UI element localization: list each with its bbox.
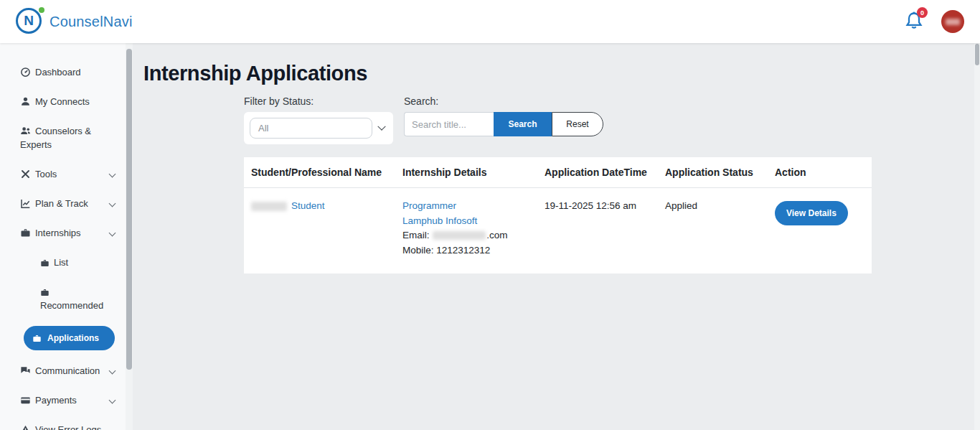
sidebar-item-label: View Error Logs (35, 424, 101, 430)
mobile-text: Mobile: 1212312312 (402, 245, 490, 256)
person-icon (20, 96, 31, 107)
reset-button[interactable]: Reset (552, 112, 603, 136)
sidebar-item-label: List (54, 257, 68, 268)
header-actions: 0 (904, 10, 964, 33)
sidebar-item-my-connects[interactable]: My Connects (0, 87, 126, 116)
chat-icon (20, 365, 31, 376)
sidebar-scrollbar-thumb[interactable] (126, 49, 132, 370)
sidebar-item-view-error-logs[interactable]: View Error Logs (0, 415, 126, 430)
search-group: Search: Search Reset (404, 95, 603, 136)
sidebar-item-counselors-experts[interactable]: Counselors & Experts (0, 116, 126, 159)
sidebar-item-applications[interactable]: Applications (24, 326, 115, 350)
people-icon (20, 126, 31, 136)
page-title: Internship Applications (143, 62, 974, 85)
company-link[interactable]: Lamphub Infosoft (402, 215, 477, 226)
notifications-button[interactable]: 0 (904, 11, 925, 32)
avatar-label-blurred (946, 19, 960, 25)
page-scrollbar-thumb[interactable] (975, 44, 979, 65)
table-controls: Filter by Status: All Search: Search Res… (244, 95, 974, 144)
chevron-down-icon (377, 122, 385, 130)
page-scrollbar (974, 43, 980, 430)
table-header-row: Student/Professional Name Internship Det… (244, 157, 872, 188)
dashboard-icon (20, 67, 31, 78)
briefcase-icon (32, 334, 42, 343)
status-filter-value: All (250, 118, 372, 139)
student-name-cell: Student (244, 188, 395, 274)
email-blurred (433, 231, 486, 240)
card-icon (20, 395, 31, 406)
internship-details-cell: Programmer Lamphub Infosoft Email: .com … (395, 188, 537, 274)
brand-name: CounselNavi (50, 14, 133, 30)
student-name-link[interactable]: Student (291, 200, 325, 211)
notification-badge: 0 (917, 7, 928, 18)
column-header: Internship Details (395, 157, 537, 187)
chevron-down-icon (109, 230, 116, 237)
student-name-blurred (251, 202, 287, 211)
sidebar-scrollbar (126, 43, 133, 430)
table-row: Student Programmer Lamphub Infosoft Emai… (244, 188, 872, 274)
sidebar-item-communication[interactable]: Communication (0, 356, 126, 385)
sidebar-item-recommended[interactable]: Recommended (0, 277, 126, 320)
sidebar-item-label: My Connects (35, 96, 90, 107)
internship-title-link[interactable]: Programmer (402, 200, 456, 211)
briefcase-icon (20, 228, 31, 238)
briefcase-icon (40, 288, 50, 297)
chart-icon (20, 198, 31, 209)
bell-icon (904, 21, 924, 33)
search-input[interactable] (404, 112, 494, 136)
sidebar-item-label: Tools (35, 169, 57, 179)
status-filter-select[interactable]: All (244, 112, 393, 144)
email-label: Email: (402, 230, 430, 240)
internships-submenu: List Recommended Applications (0, 248, 126, 350)
column-header: Application Status (658, 157, 768, 187)
application-datetime-cell: 19-11-2025 12:56 am (537, 188, 658, 274)
sidebar-item-internships[interactable]: Internships (0, 218, 126, 248)
chevron-down-icon (109, 200, 116, 207)
brand[interactable]: N CounselNavi (16, 8, 133, 35)
filter-label: Filter by Status: (244, 95, 393, 107)
user-avatar[interactable] (941, 10, 964, 33)
sidebar-item-payments[interactable]: Payments (0, 385, 126, 415)
sidebar-item-label: Applications (47, 333, 99, 343)
email-domain: .com (486, 230, 507, 240)
sidebar-item-label: Communication (35, 365, 100, 376)
sidebar-item-label: Payments (35, 395, 77, 406)
sidebar-item-label: Plan & Track (35, 198, 88, 209)
chevron-down-icon (109, 397, 116, 404)
search-label: Search: (404, 95, 603, 107)
chevron-down-icon (109, 171, 116, 178)
counselnavi-logo-icon: N (16, 8, 43, 35)
tools-icon (20, 169, 31, 179)
sidebar-item-dashboard[interactable]: Dashboard (0, 57, 126, 87)
view-details-button[interactable]: View Details (775, 201, 848, 225)
sidebar-item-label: Dashboard (35, 67, 81, 78)
application-status-cell: Applied (658, 188, 768, 274)
column-header: Action (768, 157, 872, 187)
chevron-down-icon (109, 368, 116, 375)
sidebar-item-tools[interactable]: Tools (0, 159, 126, 189)
briefcase-icon (40, 258, 50, 268)
warning-icon (20, 424, 31, 430)
column-header: Application DateTime (537, 157, 658, 187)
sidebar-item-list[interactable]: List (0, 248, 126, 277)
action-cell: View Details (768, 188, 872, 274)
search-button[interactable]: Search (494, 112, 552, 136)
sidebar-item-label: Internships (35, 228, 81, 238)
filter-group: Filter by Status: All (244, 95, 393, 144)
sidebar-item-plan-track[interactable]: Plan & Track (0, 189, 126, 218)
sidebar: Dashboard My Connects Counselors & Exper… (0, 43, 126, 430)
column-header: Student/Professional Name (244, 157, 395, 187)
main-content: Internship Applications Filter by Status… (133, 43, 974, 430)
top-header: N CounselNavi 0 (0, 0, 980, 43)
applications-table: Student/Professional Name Internship Det… (244, 157, 872, 274)
sidebar-item-label: Recommended (40, 300, 103, 311)
